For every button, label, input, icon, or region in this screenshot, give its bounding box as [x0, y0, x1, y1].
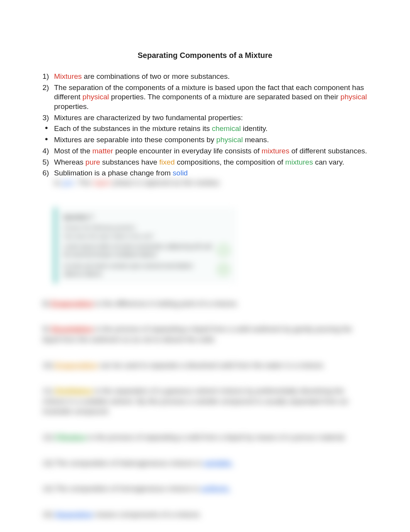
text: phase is captured as the residue. — [111, 178, 221, 187]
text: 11) — [42, 387, 55, 395]
text: 15) — [42, 510, 55, 518]
text: identity. — [241, 124, 268, 133]
card-line: How does this topic relate to the unit? — [63, 233, 229, 241]
text: properties. — [54, 102, 89, 110]
keyword: Evaporation — [51, 299, 93, 308]
list-item: The separation of the components of a mi… — [42, 83, 368, 112]
text: Mixtures are separable into these compon… — [54, 136, 216, 144]
text: can be used to separate a dissolved soli… — [98, 361, 325, 369]
text: is the difference in boiling point of a … — [93, 299, 239, 308]
text: compositions, the composition of — [175, 158, 285, 166]
keyword-mixtures: mixtures — [285, 158, 313, 166]
keyword-mixtures: mixtures — [262, 147, 290, 155]
keyword: Evaporation — [55, 361, 98, 369]
bullet-list: Each of the substances in the mixture re… — [42, 124, 368, 144]
text: 9) — [42, 325, 51, 333]
card-option-text: Lorem ipsum dolor sit amet consectetur a… — [63, 242, 214, 258]
text: people encounter in everyday life consis… — [113, 147, 261, 155]
text: properties. The components of a mixture … — [109, 93, 341, 101]
paragraph: 11) Distillation is the separation of a … — [42, 386, 368, 417]
keyword-vapor: vapor — [93, 178, 111, 187]
text: 8) — [42, 299, 51, 308]
keyword: variable. — [203, 459, 233, 467]
text: to — [54, 178, 62, 187]
text: is the process of separating a solid fro… — [86, 433, 346, 441]
paragraph: 14) The composition of homogeneous mixtu… — [42, 484, 368, 494]
keyword-pure: pure — [85, 158, 100, 166]
paragraph: 15) Separation means components of a mix… — [42, 510, 368, 520]
text: Each of the substances in the mixture re… — [54, 124, 212, 133]
keyword-mixtures: Mixtures — [54, 72, 82, 80]
keyword-physical: physical — [341, 93, 367, 101]
text: Most of the — [54, 147, 92, 155]
text: 13) The composition of heterogeneous mix… — [42, 459, 203, 467]
text: can vary. — [313, 158, 344, 166]
paragraph: 13) The composition of heterogeneous mix… — [42, 458, 368, 469]
keyword: Distillation — [55, 387, 93, 395]
keyword-gas: gas — [62, 178, 74, 187]
text: 12) — [42, 433, 55, 441]
text: . The — [74, 178, 93, 187]
page-title: Separating Components of a Mixture — [42, 50, 368, 60]
text: 10) — [42, 361, 55, 369]
question-card: Question 7 Answer the following question… — [54, 207, 236, 283]
keyword: Filtration — [55, 433, 86, 441]
text: means components of a mixture. — [93, 510, 202, 518]
list-item: Most of the matter people encounter in e… — [42, 146, 368, 156]
card-heading: Question 7 — [63, 213, 229, 221]
text: means. — [243, 136, 269, 144]
keyword: Decantation — [51, 325, 93, 333]
keyword-fixed: fixed — [159, 158, 175, 166]
list-item: Mixtures are combinations of two or more… — [42, 72, 368, 82]
list-item: Each of the substances in the mixture re… — [42, 124, 368, 134]
keyword: Separation — [55, 510, 93, 518]
text: of different substances. — [289, 147, 367, 155]
card-line: Answer the following question: — [63, 224, 229, 232]
paragraph: 12) Filtration is the process of separat… — [42, 432, 368, 443]
keyword-matter: matter — [92, 147, 113, 155]
option-badge: A — [218, 245, 229, 256]
blurred-preview: to gas. The vapor phase is captured as t… — [0, 170, 410, 532]
option-badge: B — [218, 264, 229, 275]
list-item: Whereas pure substances have fixed compo… — [42, 158, 368, 167]
card-option-text: Ut enim ad minim veniam quis nostrud exe… — [63, 262, 214, 278]
keyword-chemical: chemical — [212, 124, 241, 133]
text: 14) The composition of homogeneous mixtu… — [42, 484, 201, 493]
list-item: Mixtures are separable into these compon… — [42, 135, 368, 145]
keyword: uniform. — [201, 484, 230, 493]
text: Whereas — [54, 158, 85, 166]
paragraph: 10) Evaporation can be used to separate … — [42, 360, 368, 371]
text: Mixtures are characterized by two fundam… — [54, 114, 243, 122]
list-item: Mixtures are characterized by two fundam… — [42, 113, 368, 123]
paragraph: 9) Decantation is the process of separat… — [42, 324, 368, 345]
numbered-list: Mixtures are combinations of two or more… — [42, 72, 368, 122]
text: substances have — [100, 158, 159, 166]
paragraph: 8) Evaporation is the difference in boil… — [42, 299, 368, 309]
keyword-physical: physical — [83, 93, 109, 101]
keyword-physical: physical — [216, 136, 243, 144]
text: are combinations of two or more substanc… — [82, 72, 230, 80]
